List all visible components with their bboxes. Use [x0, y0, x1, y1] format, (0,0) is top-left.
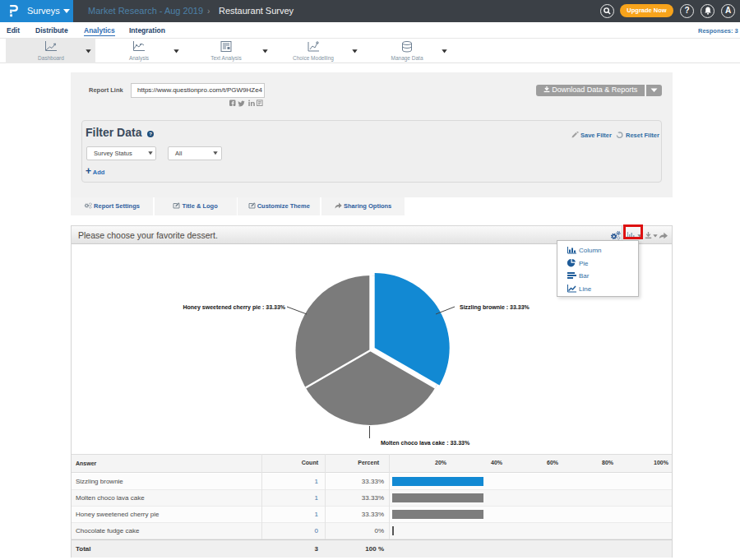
svg-text:Honey sweetened cherry pie : 3: Honey sweetened cherry pie : 33.33% — [183, 304, 286, 311]
svg-text:Molten choco lava cake : 33.33: Molten choco lava cake : 33.33% — [381, 440, 470, 446]
svg-text:Sizzling brownie : 33.33%: Sizzling brownie : 33.33% — [460, 304, 530, 311]
